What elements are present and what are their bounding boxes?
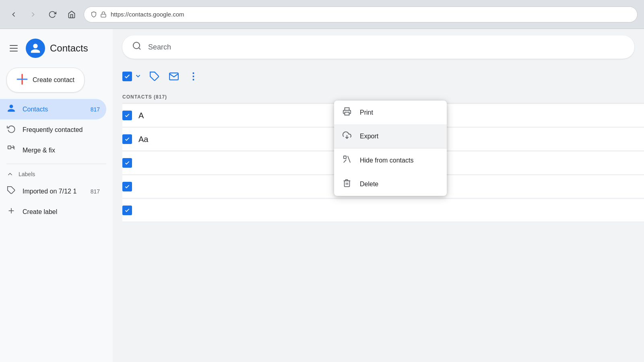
search-placeholder: Search: [148, 43, 171, 51]
svg-line-15: [348, 156, 350, 163]
contact-checkbox-2[interactable]: [122, 158, 132, 168]
select-dropdown-arrow[interactable]: [133, 71, 143, 82]
select-all-container: [122, 71, 143, 82]
menu-item-delete-label: Delete: [360, 181, 378, 188]
dropdown-menu: Print Export Hide from contacts Delete: [334, 101, 447, 196]
label-icon: [6, 186, 16, 197]
contact-row: [122, 199, 644, 222]
sidebar-item-contacts[interactable]: Contacts 817: [0, 99, 106, 119]
plus-icon-small: [6, 206, 16, 217]
svg-point-9: [133, 42, 140, 49]
label-button[interactable]: [147, 68, 163, 84]
select-all-checkbox[interactable]: [122, 72, 132, 81]
browser-chrome: https://contacts.google.com: [0, 0, 644, 29]
menu-item-hide-label: Hide from contacts: [360, 157, 413, 164]
search-container: Search: [113, 29, 644, 65]
chevron-up-icon: [6, 171, 14, 178]
menu-item-print[interactable]: Print: [334, 101, 447, 124]
hamburger-button[interactable]: [6, 42, 21, 55]
contact-checkbox-4[interactable]: [122, 206, 132, 215]
forward-button[interactable]: [26, 7, 40, 22]
sidebar-imported-label: Imported on 7/12 1: [23, 188, 76, 195]
app-title: Contacts: [50, 43, 88, 54]
svg-rect-0: [101, 14, 106, 17]
contact-letter-0: A: [138, 111, 144, 120]
more-options-button[interactable]: ⋮: [185, 68, 201, 84]
create-label-text: Create label: [23, 208, 57, 216]
sidebar-item-frequently-contacted[interactable]: Frequently contacted: [0, 119, 106, 140]
svg-rect-3: [8, 146, 11, 149]
svg-line-14: [344, 160, 346, 162]
sidebar: Contacts Create contact Contacts 817 F: [0, 29, 113, 362]
delete-icon: [342, 179, 352, 189]
search-icon: [132, 41, 142, 53]
contact-checkbox-3[interactable]: [122, 182, 132, 191]
menu-item-delete[interactable]: Delete: [334, 172, 447, 196]
sidebar-merge-label: Merge & fix: [23, 147, 55, 154]
address-bar[interactable]: https://contacts.google.com: [84, 6, 638, 23]
toolbar: ⋮: [113, 65, 644, 88]
back-button[interactable]: [6, 7, 21, 22]
export-icon: [342, 131, 352, 142]
labels-section-label: Labels: [19, 171, 35, 177]
contact-checkbox-1[interactable]: [122, 134, 132, 144]
app-container: Contacts Create contact Contacts 817 F: [0, 29, 644, 362]
create-contact-label: Create contact: [33, 76, 74, 84]
svg-rect-13: [344, 156, 346, 158]
send-email-button[interactable]: [166, 68, 182, 84]
plus-icon: [17, 74, 28, 86]
url-text: https://contacts.google.com: [111, 11, 184, 18]
contact-checkbox-0[interactable]: [122, 111, 132, 120]
sidebar-contacts-count: 817: [91, 106, 100, 113]
labels-section[interactable]: Labels: [0, 167, 113, 181]
sidebar-contacts-label: Contacts: [23, 106, 48, 113]
search-bar[interactable]: Search: [122, 35, 634, 59]
sidebar-item-imported[interactable]: Imported on 7/12 1 817: [0, 181, 106, 202]
sidebar-item-create-label[interactable]: Create label: [0, 202, 106, 222]
sidebar-imported-count: 817: [91, 188, 100, 195]
security-icons: [91, 11, 107, 18]
merge-icon: [6, 145, 16, 156]
contact-letter-1: Aa: [138, 135, 148, 144]
history-icon: [6, 124, 16, 135]
sidebar-header: Contacts: [0, 35, 113, 68]
app-logo: [26, 39, 45, 58]
print-icon: [342, 107, 352, 118]
menu-item-print-label: Print: [360, 109, 373, 116]
create-contact-button[interactable]: Create contact: [6, 68, 85, 93]
reload-button[interactable]: [45, 7, 60, 22]
nav-divider: [6, 164, 106, 164]
person-icon: [6, 104, 16, 115]
menu-item-export[interactable]: Export: [334, 124, 447, 148]
home-button[interactable]: [64, 7, 79, 22]
sidebar-frequently-label: Frequently contacted: [23, 126, 83, 134]
hide-icon: [342, 155, 352, 166]
sidebar-item-merge-fix[interactable]: Merge & fix: [0, 140, 106, 160]
svg-rect-11: [345, 112, 349, 115]
menu-item-hide[interactable]: Hide from contacts: [334, 148, 447, 172]
svg-line-10: [139, 48, 140, 49]
menu-item-export-label: Export: [360, 133, 378, 140]
